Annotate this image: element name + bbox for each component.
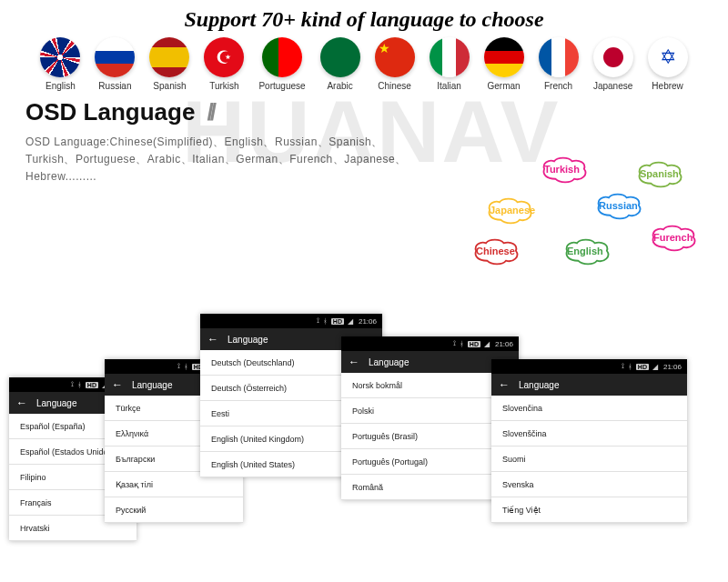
flag-germany-icon [484,37,524,77]
status-bar: ⟟ᚼHD◢21:06 [200,314,382,328]
flag-label: Italian [437,81,461,91]
bubble-furench: Furench [641,223,706,254]
flag-label: Russian [98,81,131,91]
flag-label: Arabic [327,81,352,91]
status-bar: ⟟ᚼHD◢21:06 [491,359,687,374]
flags-row: English Russian Spanish ☪Turkish Portugu… [0,37,728,91]
flag-italy-icon [430,37,470,77]
flag-label: Hebrew [652,81,682,91]
back-icon[interactable]: ← [499,378,510,391]
flag-japan-icon [593,37,633,77]
section-title: OSD Language // [25,98,728,126]
flag-label: French [544,81,572,91]
flag-item: Russian [95,37,135,91]
desc-prefix: OSD Language: [25,135,110,148]
language-option[interactable]: Svenska [491,472,687,497]
hd-badge: HD [468,341,480,347]
screen-title: Language [369,357,410,367]
flag-label: Chinese [378,81,411,91]
phone-screenshot: ⟟ᚼHD◢21:06←LanguageSlovenčinaSlovenščina… [491,359,687,523]
status-bar: ⟟ᚼHD◢21:06 [341,336,519,351]
signal-icon: ◢ [652,363,658,371]
flag-arabic-icon [320,37,360,77]
flag-item: ☪Turkish [204,37,244,91]
language-bubbles: TurkishSpanishRussianJapaneseChineseEngl… [450,155,713,273]
flag-label: Portuguese [258,81,305,91]
flag-item: ★Chinese [375,37,415,91]
headline: Support 70+ kind of language to choose [0,7,728,32]
location-icon: ⟟ [317,316,319,326]
language-option[interactable]: Suomi [491,447,687,472]
back-icon[interactable]: ← [112,378,123,391]
back-icon[interactable]: ← [207,333,218,346]
back-icon[interactable]: ← [16,396,27,409]
flag-label: Japanese [593,81,632,91]
back-icon[interactable]: ← [349,356,359,368]
clock: 21:06 [663,363,682,371]
flag-france-icon [539,37,579,77]
screen-title: Language [36,398,77,408]
signal-icon: ◢ [348,317,353,326]
bluetooth-icon: ᚼ [184,363,188,371]
hd-badge: HD [86,382,98,388]
flag-uk-icon [40,37,80,77]
flag-item: Arabic [320,37,360,91]
location-icon: ⟟ [453,339,456,348]
flag-item: ✡Hebrew [648,37,688,91]
language-option[interactable]: Русский [105,497,243,523]
flag-russia-icon [95,37,135,77]
flag-portugal-icon [262,37,302,77]
flag-label: German [488,81,521,91]
signal-icon: ◢ [484,340,490,348]
bubble-turkish: Turkish [531,155,597,186]
bluetooth-icon: ᚼ [77,381,82,389]
flag-label: English [46,81,76,91]
screen-title: Language [519,380,560,390]
flag-item: Japanese [593,37,633,91]
flag-china-icon: ★ [375,37,415,77]
bubble-japanese: Japanese [477,196,542,226]
location-icon: ⟟ [71,380,74,389]
hd-badge: HD [331,318,344,325]
bubble-chinese: Chinese [463,236,529,267]
language-option[interactable]: Tiếng Việt [491,497,687,523]
screen-title: Language [228,335,268,345]
language-option[interactable]: Slovenčina [491,396,687,421]
language-option[interactable]: Slovenščina [491,421,687,447]
location-icon: ⟟ [622,362,624,371]
clock: 21:06 [495,340,513,348]
screenshots-area: ⟟ᚼHD◢21:06←LanguageEspañol (España)Españ… [0,309,728,582]
flag-item: Spanish [149,37,189,91]
slashes-decoration: // [207,98,213,125]
bubble-russian: Russian [586,191,652,222]
bluetooth-icon: ᚼ [460,340,464,348]
hd-badge: HD [636,364,649,370]
location-icon: ⟟ [177,362,180,371]
flag-item: German [484,37,524,91]
flag-label: Spanish [153,81,186,91]
bubble-english: English [554,236,620,267]
bubble-spanish: Spanish [627,159,693,190]
screen-header: ←Language [491,374,687,396]
flag-item: Italian [430,37,470,91]
screen-title: Language [132,380,173,390]
clock: 21:06 [359,317,377,326]
section-title-text: OSD Language [25,98,195,125]
language-list[interactable]: SlovenčinaSlovenščinaSuomiSvenskaTiếng V… [491,396,687,523]
flag-item: Portuguese [258,37,305,91]
flag-label: Turkish [209,81,238,91]
description: OSD Language:Chinese(Simplified)、English… [25,134,408,186]
flag-turkey-icon: ☪ [204,37,244,77]
flag-item: English [40,37,80,91]
flag-israel-icon: ✡ [648,37,688,77]
bluetooth-icon: ᚼ [628,363,632,371]
bluetooth-icon: ᚼ [323,317,328,326]
flag-item: French [539,37,579,91]
flag-spain-icon [149,37,189,77]
